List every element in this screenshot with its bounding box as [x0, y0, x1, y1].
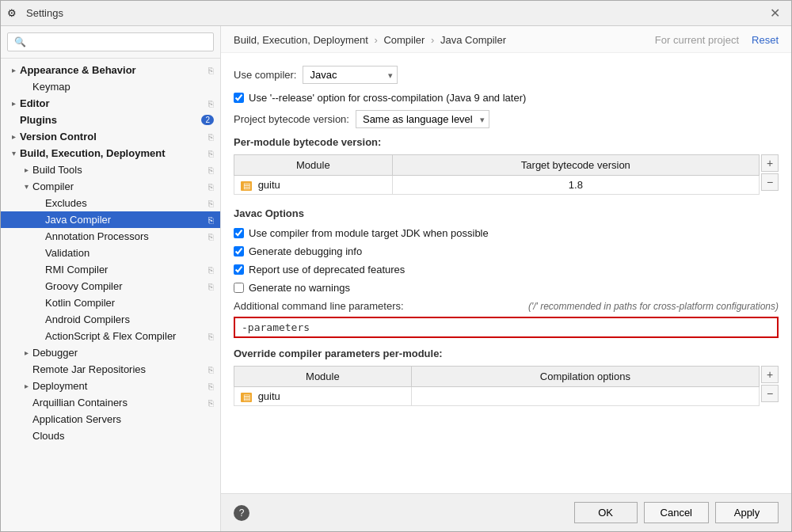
cmd-label-row: Additional command line parameters: ('/'…: [234, 300, 779, 312]
cancel-button[interactable]: Cancel: [644, 502, 709, 523]
copy-icon: ⎘: [208, 382, 214, 391]
bytecode-version-row: Project bytecode version: Same as langua…: [234, 110, 779, 128]
add-module-button[interactable]: +: [761, 154, 779, 172]
copy-icon: ⎘: [208, 332, 214, 341]
sidebar: ▸ Appearance & Behavior ⎘ Keymap ▸ Edito…: [1, 26, 221, 531]
sidebar-item-build-exec[interactable]: ▾ Build, Execution, Deployment ⎘: [1, 145, 220, 162]
sidebar-item-editor[interactable]: ▸ Editor ⎘: [1, 95, 220, 112]
copy-icon: ⎘: [208, 182, 214, 192]
module-icon: ▤: [241, 393, 252, 402]
apply-button[interactable]: Apply: [715, 502, 779, 523]
sidebar-item-excludes[interactable]: Excludes ⎘: [1, 195, 220, 211]
use-compiler-module-label: Use compiler from module target JDK when…: [249, 227, 489, 239]
sidebar-item-version-control[interactable]: ▸ Version Control ⎘: [1, 128, 220, 145]
compiler-select[interactable]: Javac: [303, 66, 398, 84]
settings-window: ⚙ Settings ✕ ▸ Appearance & Behavior ⎘ K…: [0, 0, 792, 532]
sidebar-item-groovy-compiler[interactable]: Groovy Compiler ⎘: [1, 278, 220, 294]
sidebar-item-app-servers[interactable]: Application Servers: [1, 411, 220, 428]
arrow-icon: ▸: [7, 99, 20, 108]
cmd-input-wrapper: [234, 317, 779, 338]
generate-debug-label: Generate debugging info: [249, 245, 362, 257]
copy-icon: ⎘: [208, 265, 214, 275]
sidebar-item-actionscript[interactable]: ActionScript & Flex Compiler ⎘: [1, 328, 220, 344]
reset-link[interactable]: Reset: [752, 34, 779, 46]
sidebar-item-debugger[interactable]: ▸ Debugger: [1, 344, 220, 361]
window-title: Settings: [26, 7, 759, 19]
generate-debug-checkbox[interactable]: [234, 246, 244, 256]
use-release-label: Use '--release' option for cross-compila…: [249, 92, 526, 104]
checkbox-report-deprecated: Report use of deprecated features: [234, 264, 779, 276]
cmd-hint: ('/' recommended in paths for cross-plat…: [528, 301, 779, 312]
no-warnings-label: Generate no warnings: [249, 282, 350, 294]
sidebar-item-java-compiler[interactable]: Java Compiler ⎘: [1, 211, 220, 228]
title-bar: ⚙ Settings ✕: [1, 1, 791, 26]
sidebar-item-annotation-processors[interactable]: Annotation Processors ⎘: [1, 228, 220, 245]
per-module-table-wrapper: Module Target bytecode version ▤ guitu: [234, 154, 779, 195]
override-table-wrapper: Module Compilation options ▤: [234, 366, 779, 406]
help-button[interactable]: ?: [234, 505, 249, 521]
report-deprecated-checkbox[interactable]: [234, 264, 244, 275]
sidebar-item-label: Java Compiler: [45, 214, 205, 226]
cmd-label: Additional command line parameters:: [234, 300, 404, 312]
remove-override-button[interactable]: −: [761, 385, 779, 402]
cmd-section: Additional command line parameters: ('/'…: [234, 300, 779, 338]
use-release-row: Use '--release' option for cross-compila…: [234, 92, 779, 104]
remove-module-button[interactable]: −: [761, 173, 779, 191]
search-input[interactable]: [7, 32, 214, 51]
use-release-checkbox[interactable]: [234, 93, 244, 103]
sidebar-item-plugins[interactable]: Plugins 2: [1, 112, 220, 128]
main-content: ▸ Appearance & Behavior ⎘ Keymap ▸ Edito…: [1, 26, 791, 531]
close-button[interactable]: ✕: [765, 4, 785, 22]
cmd-input[interactable]: [242, 321, 771, 333]
copy-icon: ⎘: [208, 149, 214, 158]
override-label: Override compiler parameters per-module:: [234, 348, 779, 359]
breadcrumb-sep2: ›: [431, 34, 437, 46]
bytecode-version-select[interactable]: Same as language level: [356, 110, 489, 128]
right-panel: Build, Execution, Deployment › Compiler …: [221, 26, 791, 531]
bytecode-version-label: Project bytecode version:: [234, 113, 349, 125]
sidebar-item-kotlin-compiler[interactable]: Kotlin Compiler: [1, 294, 220, 311]
sidebar-item-android-compilers[interactable]: Android Compilers: [1, 311, 220, 328]
sidebar-item-keymap[interactable]: Keymap: [1, 78, 220, 95]
arrow-icon: ▾: [7, 149, 20, 158]
override-table-buttons: + −: [761, 366, 779, 406]
no-warnings-checkbox[interactable]: [234, 283, 244, 293]
report-deprecated-label: Report use of deprecated features: [249, 264, 405, 276]
arrow-icon: ▸: [20, 382, 32, 390]
sidebar-item-label: Annotation Processors: [45, 230, 205, 242]
ok-button[interactable]: OK: [574, 502, 638, 523]
sidebar-item-label: Arquillian Containers: [32, 397, 205, 408]
sidebar-item-rmi-compiler[interactable]: RMI Compiler ⎘: [1, 261, 220, 278]
sidebar-item-appearance[interactable]: ▸ Appearance & Behavior ⎘: [1, 62, 220, 78]
sidebar-item-label: Validation: [45, 247, 214, 259]
sidebar-item-label: Application Servers: [32, 413, 214, 425]
override-module-name: guitu: [258, 390, 280, 402]
copy-icon: ⎘: [208, 66, 214, 75]
breadcrumb-sep1: ›: [374, 34, 380, 46]
sidebar-item-clouds[interactable]: Clouds: [1, 428, 220, 444]
per-module-title: Per-module bytecode version:: [234, 136, 779, 148]
javac-options-title: Javac Options: [234, 207, 779, 219]
sidebar-item-label: Build Tools: [32, 164, 205, 176]
override-table-row: ▤ guitu: [234, 387, 760, 406]
sidebar-item-compiler[interactable]: ▾ Compiler ⎘: [1, 178, 220, 195]
bottom-full: ? OK Cancel Apply: [234, 502, 779, 523]
arrow-icon: ▸: [20, 348, 32, 357]
use-compiler-module-checkbox[interactable]: [234, 228, 244, 238]
sidebar-item-label: Appearance & Behavior: [20, 64, 205, 76]
sidebar-item-label: Debugger: [32, 347, 214, 359]
sidebar-item-deployment[interactable]: ▸ Deployment ⎘: [1, 378, 220, 394]
sidebar-item-arquillian[interactable]: Arquillian Containers ⎘: [1, 394, 220, 411]
panel-body: Use compiler: Javac Use '--release' opti…: [221, 53, 791, 493]
arrow-icon: ▸: [7, 132, 20, 141]
sidebar-item-label: Version Control: [20, 131, 205, 142]
arrow-icon: ▾: [20, 182, 32, 191]
tree: ▸ Appearance & Behavior ⎘ Keymap ▸ Edito…: [1, 59, 220, 531]
add-override-button[interactable]: +: [761, 366, 779, 383]
copy-icon: ⎘: [208, 365, 214, 374]
plugins-badge: 2: [201, 115, 214, 125]
use-compiler-row: Use compiler: Javac: [234, 66, 779, 84]
sidebar-item-validation[interactable]: Validation: [1, 245, 220, 261]
sidebar-item-remote-jar[interactable]: Remote Jar Repositories ⎘: [1, 361, 220, 378]
sidebar-item-build-tools[interactable]: ▸ Build Tools ⎘: [1, 162, 220, 178]
